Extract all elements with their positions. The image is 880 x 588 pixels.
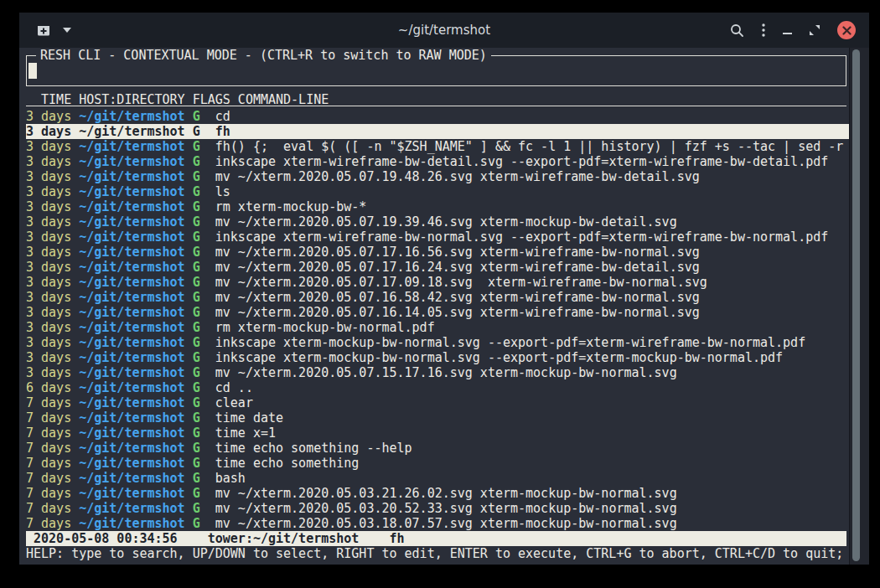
command-cell: fh() {; eval $( ([ -n "$ZSH_NAME" ] && f…: [215, 139, 844, 154]
flags-cell: G: [185, 501, 215, 516]
history-row-selected[interactable]: 3 days ~/git/termshot G fh: [26, 124, 849, 139]
time-cell: 7 days: [26, 410, 79, 426]
directory-cell: ~/git/termshot: [79, 486, 184, 501]
search-box-title: RESH CLI - CONTEXTUAL MODE - (CTRL+R to …: [36, 48, 491, 63]
search-box[interactable]: RESH CLI - CONTEXTUAL MODE - (CTRL+R to …: [26, 55, 846, 86]
time-cell: 7 days: [26, 516, 79, 531]
directory-cell: ~/git/termshot: [79, 154, 184, 169]
command-cell: cd ..: [215, 380, 253, 395]
time-cell: 3 days: [26, 199, 79, 214]
terminal-window: ~/git/termshot: [19, 13, 869, 565]
resh-cli-screen: RESH CLI - CONTEXTUAL MODE - (CTRL+R to …: [19, 48, 849, 565]
kebab-menu-icon: [761, 23, 766, 38]
time-cell: 3 days: [26, 365, 79, 380]
directory-cell: ~/git/termshot: [79, 230, 184, 245]
scrollbar[interactable]: [849, 48, 869, 565]
history-row[interactable]: 7 days ~/git/termshot G bash: [26, 471, 849, 486]
flags-cell: G: [185, 290, 215, 305]
minimize-button[interactable]: [783, 26, 792, 34]
flags-cell: G: [185, 395, 215, 410]
flags-cell: G: [185, 471, 215, 486]
command-cell: fh: [215, 124, 230, 139]
restore-icon: [809, 24, 820, 36]
directory-cell: ~/git/termshot: [79, 275, 184, 290]
directory-cell: ~/git/termshot: [79, 169, 184, 184]
flags-cell: G: [185, 260, 215, 275]
flags-cell: G: [185, 350, 215, 365]
history-row[interactable]: 7 days ~/git/termshot G time x=1: [26, 426, 849, 441]
time-cell: 3 days: [26, 305, 79, 320]
restore-button[interactable]: [809, 24, 820, 36]
history-row[interactable]: 7 days ~/git/termshot G time echo someth…: [26, 441, 849, 456]
history-row[interactable]: 3 days ~/git/termshot G mv ~/xterm.2020.…: [26, 275, 849, 290]
command-cell: inkscape xterm-mockup-bw-normal.svg --ex…: [215, 335, 805, 350]
time-cell: 3 days: [26, 139, 79, 154]
time-cell: 3 days: [26, 260, 79, 275]
time-cell: 3 days: [26, 290, 79, 305]
history-row[interactable]: 3 days ~/git/termshot G mv ~/xterm.2020.…: [26, 245, 849, 260]
directory-cell: ~/git/termshot: [79, 184, 184, 199]
command-cell: time echo something --help: [215, 441, 412, 456]
history-row[interactable]: 3 days ~/git/termshot G inkscape xterm-m…: [26, 335, 849, 350]
search-button[interactable]: [730, 23, 744, 38]
directory-cell: ~/git/termshot: [79, 501, 184, 516]
time-cell: 6 days: [26, 380, 79, 395]
minimize-icon: [783, 33, 792, 34]
time-cell: 3 days: [26, 184, 79, 199]
history-row[interactable]: 7 days ~/git/termshot G mv ~/xterm.2020.…: [26, 486, 849, 501]
history-row[interactable]: 3 days ~/git/termshot G mv ~/xterm.2020.…: [26, 305, 849, 320]
directory-cell: ~/git/termshot: [79, 199, 184, 214]
directory-cell: ~/git/termshot: [79, 441, 184, 456]
history-row[interactable]: 3 days ~/git/termshot G mv ~/xterm.2020.…: [26, 365, 849, 380]
history-row[interactable]: 7 days ~/git/termshot G mv ~/xterm.2020.…: [26, 516, 849, 531]
history-row[interactable]: 3 days ~/git/termshot G cd: [26, 109, 849, 124]
command-cell: mv ~/xterm.2020.05.07.17.16.56.svg xterm…: [215, 245, 700, 260]
history-row[interactable]: 6 days ~/git/termshot G cd ..: [26, 380, 849, 395]
history-row[interactable]: 7 days ~/git/termshot G time date: [26, 410, 849, 426]
flags-cell: G: [185, 365, 215, 380]
time-cell: 3 days: [26, 109, 79, 124]
menu-button[interactable]: [761, 23, 766, 38]
history-row[interactable]: 3 days ~/git/termshot G mv ~/xterm.2020.…: [26, 169, 849, 184]
directory-cell: ~/git/termshot: [79, 456, 184, 471]
command-cell: clear: [215, 395, 253, 410]
time-cell: 7 days: [26, 426, 79, 441]
directory-cell: ~/git/termshot: [79, 350, 184, 365]
directory-cell: ~/git/termshot: [79, 365, 184, 380]
flags-cell: G: [185, 245, 215, 260]
history-row[interactable]: 3 days ~/git/termshot G fh() {; eval $( …: [26, 139, 849, 154]
scrollbar-thumb[interactable]: [852, 49, 860, 561]
history-row[interactable]: 7 days ~/git/termshot G clear: [26, 395, 849, 410]
directory-cell: ~/git/termshot: [79, 124, 184, 139]
new-tab-icon: [36, 23, 51, 37]
history-row[interactable]: 3 days ~/git/termshot G rm xterm-mockup-…: [26, 320, 849, 335]
table-header: TIME HOST:DIRECTORY FLAGS COMMAND-LINE: [26, 92, 846, 106]
directory-cell: ~/git/termshot: [79, 290, 184, 305]
history-row[interactable]: 7 days ~/git/termshot G time echo someth…: [26, 456, 849, 471]
command-cell: rm xterm-mockup-bw-normal.pdf: [215, 320, 435, 335]
status-bar: 2020-05-08 00:34:56 tower:~/git/termshot…: [26, 531, 846, 546]
new-tab-button[interactable]: [36, 23, 51, 37]
history-row[interactable]: 3 days ~/git/termshot G inkscape xterm-w…: [26, 230, 849, 245]
chevron-down-icon: [63, 28, 71, 33]
flags-cell: G: [185, 486, 215, 501]
command-cell: bash: [215, 471, 246, 486]
directory-cell: ~/git/termshot: [79, 410, 184, 426]
time-cell: 3 days: [26, 335, 79, 350]
time-cell: 7 days: [26, 395, 79, 410]
directory-cell: ~/git/termshot: [79, 516, 184, 531]
flags-cell: G: [185, 426, 215, 441]
directory-cell: ~/git/termshot: [79, 380, 184, 395]
history-row[interactable]: 3 days ~/git/termshot G inkscape xterm-m…: [26, 350, 849, 365]
history-row[interactable]: 3 days ~/git/termshot G mv ~/xterm.2020.…: [26, 260, 849, 275]
history-row[interactable]: 3 days ~/git/termshot G mv ~/xterm.2020.…: [26, 290, 849, 305]
tabs-dropdown-button[interactable]: [63, 28, 71, 33]
history-row[interactable]: 7 days ~/git/termshot G mv ~/xterm.2020.…: [26, 501, 849, 516]
history-row[interactable]: 3 days ~/git/termshot G inkscape xterm-w…: [26, 154, 849, 169]
command-cell: mv ~/xterm.2020.05.07.19.39.46.svg xterm…: [215, 214, 677, 230]
history-row[interactable]: 3 days ~/git/termshot G mv ~/xterm.2020.…: [26, 214, 849, 230]
history-row[interactable]: 3 days ~/git/termshot G ls: [26, 184, 849, 199]
help-line: HELP: type to search, UP/DOWN to select,…: [26, 546, 849, 561]
history-row[interactable]: 3 days ~/git/termshot G rm xterm-mockup-…: [26, 199, 849, 214]
close-button[interactable]: [837, 21, 856, 39]
